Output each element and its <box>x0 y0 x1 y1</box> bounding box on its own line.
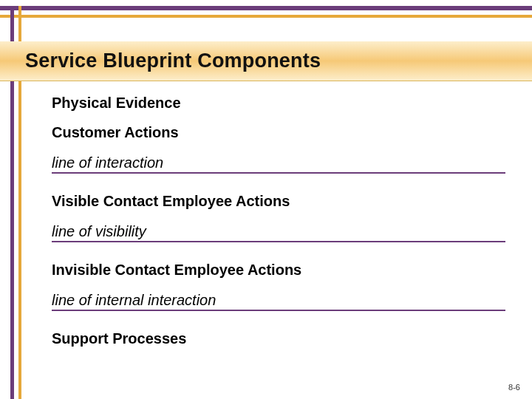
slide-title: Service Blueprint Components <box>25 50 321 72</box>
line-of-visibility: line of visibility <box>52 223 505 242</box>
row-customer-actions: Customer Actions <box>52 124 505 141</box>
top-accent-bar-purple <box>0 6 532 10</box>
row-visible-contact: Visible Contact Employee Actions <box>52 193 505 210</box>
slide: Service Blueprint Components Physical Ev… <box>0 0 532 399</box>
top-accent-bar-gold <box>0 15 532 18</box>
row-invisible-contact: Invisible Contact Employee Actions <box>52 262 505 279</box>
row-support-processes: Support Processes <box>52 330 505 347</box>
line-of-interaction: line of interaction <box>52 154 505 174</box>
content-area: Physical Evidence Customer Actions line … <box>52 87 505 347</box>
line-of-internal-interaction: line of internal interaction <box>52 292 505 311</box>
page-number: 8-6 <box>508 383 520 392</box>
title-banner: Service Blueprint Components <box>0 41 532 81</box>
row-physical-evidence: Physical Evidence <box>52 95 505 112</box>
